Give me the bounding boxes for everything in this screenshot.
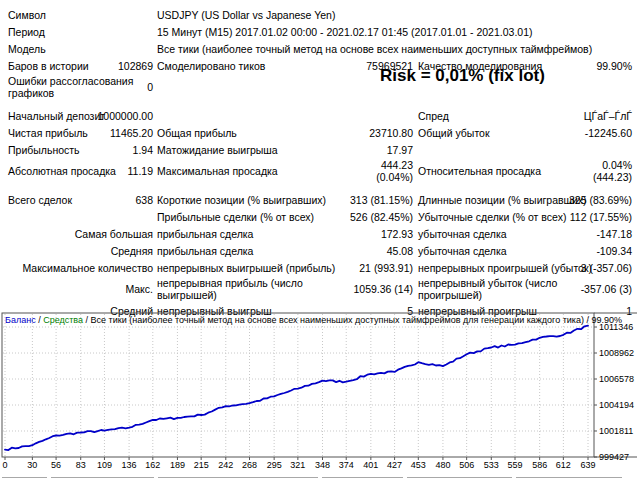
- report-row: Всего сделок638Короткие позиции (% выигр…: [0, 191, 640, 208]
- metric-value: 21 (993.91): [295, 259, 413, 276]
- row-value: 638: [8, 191, 153, 208]
- metric-value: 313 (81.15%): [295, 191, 413, 208]
- report-row: СимволUSDJPY (US Dollar vs Japanese Yen): [0, 6, 640, 23]
- report-row: Абсолютная просадка11.19Максимальная про…: [0, 158, 640, 184]
- legend-separator: /: [83, 315, 91, 325]
- metric-value: ЦЃаЃ–ЃлЃ: [533, 107, 632, 124]
- legend-separator: /: [584, 315, 592, 325]
- x-axis-tick-label: 0: [2, 460, 7, 470]
- x-axis-tick-label: 374: [339, 460, 354, 470]
- row-label: Самая большая: [8, 225, 153, 242]
- next-table-divider: [0, 477, 640, 479]
- x-axis-tick-label: 56: [51, 460, 61, 470]
- metric-value: 325 (83.69%): [533, 191, 632, 208]
- y-axis-tick-label: 1001811: [599, 426, 633, 436]
- x-axis-tick-label: 639: [580, 460, 595, 470]
- metric-value: 1059.36 (14): [295, 276, 413, 302]
- metric-value: 23710.80: [295, 124, 413, 141]
- row-value: 1.94: [8, 141, 153, 158]
- row-label: Период: [8, 23, 153, 40]
- divider-segment: [2, 477, 47, 478]
- x-axis-tick-label: 83: [76, 460, 86, 470]
- legend-equity-label: Средства: [43, 315, 83, 325]
- metric-value: 45.08: [295, 242, 413, 259]
- row-value: 1000000.00: [8, 107, 153, 124]
- x-axis-tick-label: 321: [290, 460, 305, 470]
- x-axis-tick-label: 30: [27, 460, 37, 470]
- x-axis-tick-label: 612: [556, 460, 571, 470]
- metric-value: -357.06 (3): [533, 276, 632, 302]
- metric-value: -147.18: [533, 225, 632, 242]
- report-row: Период15 Минут (M15) 2017.01.02 00:00 - …: [0, 23, 640, 40]
- report-row: Самая большаяприбыльная сделка172.93убыт…: [0, 225, 640, 242]
- metric-value: 444.23(0.04%): [295, 158, 413, 184]
- divider-segment: [158, 477, 318, 478]
- divider-segment: [322, 477, 403, 478]
- balance-line-series: [5, 326, 588, 450]
- chart-model-description: Все тики (наиболее точный метод на основ…: [91, 315, 584, 325]
- x-axis-tick-label: 348: [315, 460, 330, 470]
- row-label: Макс.: [8, 276, 153, 302]
- row-value-wide: USDJPY (US Dollar vs Japanese Yen): [157, 6, 635, 23]
- balance-chart-canvas: 0305683109136162189215242268295321348374…: [0, 312, 640, 474]
- x-axis-tick-label: 401: [363, 460, 378, 470]
- y-axis-tick-label: 1004194: [599, 400, 634, 410]
- row-value: 102869: [8, 57, 153, 74]
- metric-value: 17.97: [295, 141, 413, 158]
- plot-border: [2, 313, 594, 457]
- metric-value: 112 (17.55%): [533, 208, 632, 225]
- metric-value: 0.04%(444.23): [533, 158, 632, 184]
- metric-value: 3 (-357.06): [533, 259, 632, 276]
- metric-value: -109.34: [533, 242, 632, 259]
- row-value-wide: 15 Минут (M15) 2017.01.02 00:00 - 2021.0…: [157, 23, 635, 40]
- metric-value: 526 (82.45%): [295, 208, 413, 225]
- legend-balance-label: Баланс: [5, 315, 36, 325]
- y-axis-tick-label: 1006578: [599, 374, 634, 384]
- x-axis-tick-label: 162: [145, 460, 160, 470]
- x-axis-tick-label: 559: [507, 460, 522, 470]
- row-value: 0: [8, 74, 153, 100]
- divider-segment: [407, 477, 512, 478]
- report-row: МодельВсе тики (наиболее точный метод на…: [0, 40, 640, 57]
- x-axis-tick-label: 480: [435, 460, 450, 470]
- report-row: Чистая прибыль11465.20Общая прибыль23710…: [0, 124, 640, 141]
- report-row: Средняяприбыльная сделка45.08убыточная с…: [0, 242, 640, 259]
- balance-chart: 0305683109136162189215242268295321348374…: [0, 312, 640, 480]
- x-axis-tick-label: 295: [267, 460, 282, 470]
- x-axis-tick-label: 189: [170, 460, 185, 470]
- backtest-summary-table: СимволUSDJPY (US Dollar vs Japanese Yen)…: [0, 6, 640, 319]
- y-axis-tick-label: 1008962: [599, 348, 634, 358]
- metric-value: 172.93: [295, 225, 413, 242]
- x-axis-tick-label: 136: [122, 460, 137, 470]
- report-row: Начальный депозит1000000.00СпредЦЃаЃ–ЃлЃ: [0, 107, 640, 124]
- y-axis-tick-label: 999427: [599, 452, 629, 462]
- report-rows: СимволUSDJPY (US Dollar vs Japanese Yen)…: [0, 6, 640, 319]
- report-row: Прибыльность1.94Матожидание выигрыша17.9…: [0, 141, 640, 158]
- x-axis-tick-label: 453: [411, 460, 426, 470]
- divider-segment: [516, 477, 622, 478]
- x-axis-tick-label: 533: [484, 460, 499, 470]
- row-value: 11.19: [8, 158, 153, 184]
- chart-quality-value: 99.90%: [592, 315, 623, 325]
- metric-value: -12245.60: [533, 124, 632, 141]
- row-label: Средняя: [8, 242, 153, 259]
- row-label: Максимальное количество: [8, 259, 153, 276]
- row-label: Модель: [8, 40, 153, 57]
- divider-segment: [51, 477, 154, 478]
- x-axis-tick-label: 427: [387, 460, 402, 470]
- row-label: Символ: [8, 6, 153, 23]
- risk-annotation: Risk = 0,01% (fix lot): [380, 66, 600, 86]
- x-axis-tick-label: 242: [218, 460, 233, 470]
- x-axis-tick-label: 268: [242, 460, 257, 470]
- x-axis-tick-label: 215: [194, 460, 209, 470]
- row-value: 11465.20: [8, 124, 153, 141]
- x-axis-tick-label: 586: [532, 460, 547, 470]
- row-value-wide: Все тики (наиболее точный метод на основ…: [157, 40, 635, 57]
- chart-legend: Баланс / Средства / Все тики (наиболее т…: [5, 315, 622, 325]
- report-row: Прибыльные сделки (% от всех)526 (82.45%…: [0, 208, 640, 225]
- x-axis-tick-label: 506: [459, 460, 474, 470]
- x-axis-tick-label: 109: [97, 460, 112, 470]
- report-row: Макс.непрерывная прибыль (число выигрыше…: [0, 276, 640, 302]
- report-row: Максимальное количествонепрерывных выигр…: [0, 259, 640, 276]
- metric-label: непрерывная прибыль (число выигрышей): [157, 276, 317, 302]
